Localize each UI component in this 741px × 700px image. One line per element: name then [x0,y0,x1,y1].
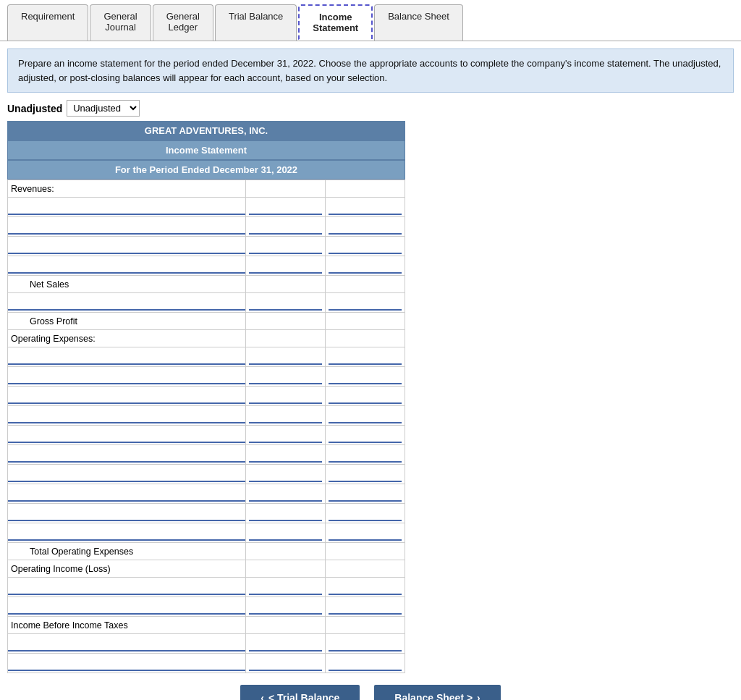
opex-account-input-8[interactable] [8,486,245,502]
tax-account-input-1[interactable] [8,636,245,651]
opex-amount-input-4[interactable] [249,408,322,423]
gross-profit-col2 [326,313,405,330]
tax-total-input-2[interactable] [329,655,402,671]
opex-input-row-6[interactable] [8,445,405,465]
other-income-account-input-2[interactable] [8,599,245,615]
opex-total-input-1[interactable] [329,349,402,365]
opex-amount-input-8[interactable] [249,486,322,502]
opex-total-input-3[interactable] [329,388,402,404]
tab-balance-sheet[interactable]: Balance Sheet [374,4,463,41]
opex-amount-input-2[interactable] [249,368,322,384]
opex-account-input-6[interactable] [8,447,245,463]
opex-amount-input-1[interactable] [249,349,322,365]
opex-total-input-7[interactable] [329,466,402,482]
opex-amount-input-10[interactable] [249,525,322,541]
cogs-account-input[interactable] [8,295,245,311]
revenue-total-input-4[interactable] [329,258,402,274]
opex-amount-input-5[interactable] [249,427,322,443]
tax-amount-input-2[interactable] [249,655,322,671]
cogs-total-input[interactable] [329,295,402,311]
opex-account-input-7[interactable] [8,466,245,482]
other-income-amount-input-2[interactable] [249,599,322,615]
revenues-col2 [326,180,405,198]
revenue-total-input-1[interactable] [329,199,402,215]
tax-account-input-2[interactable] [8,655,245,671]
tax-input-row-1[interactable] [8,634,405,654]
next-balance-sheet-button[interactable]: Balance Sheet > › [374,685,500,700]
opex-total-input-4[interactable] [329,408,402,423]
income-statement-table-container: GREAT ADVENTURES, INC. Income Statement … [7,121,405,673]
tab-income-statement[interactable]: IncomeStatement [298,4,373,41]
revenue-account-input-1[interactable] [8,199,245,215]
revenue-total-input-3[interactable] [329,238,402,254]
prev-button-label: < Trial Balance [268,692,339,700]
opex-account-input-5[interactable] [8,427,245,443]
revenue-amount-input-2[interactable] [249,219,322,235]
revenue-total-input-2[interactable] [329,219,402,235]
opex-amount-input-9[interactable] [249,505,322,521]
opex-account-input-9[interactable] [8,505,245,521]
other-income-input-row-2[interactable] [8,597,405,617]
opex-input-row-1[interactable] [8,347,405,367]
net-sales-col1 [246,276,326,293]
income-before-taxes-label: Income Before Income Taxes [8,617,246,634]
opex-account-input-1[interactable] [8,349,245,365]
other-income-account-input-1[interactable] [8,579,245,595]
other-income-amount-input-1[interactable] [249,579,322,595]
opex-total-input-6[interactable] [329,447,402,463]
opex-input-row-8[interactable] [8,484,405,504]
revenue-amount-input-3[interactable] [249,238,322,254]
cogs-amount-input[interactable] [249,295,322,311]
opex-total-input-2[interactable] [329,368,402,384]
statement-table: Revenues: Net Sales [7,180,405,673]
operating-expenses-header-row: Operating Expenses: [8,330,405,347]
revenue-input-row-2[interactable] [8,217,405,237]
tax-total-input-1[interactable] [329,636,402,651]
revenue-account-input-3[interactable] [8,238,245,254]
revenue-account-input-4[interactable] [8,258,245,274]
opex-amount-input-7[interactable] [249,466,322,482]
tax-amount-input-1[interactable] [249,636,322,651]
other-income-input-row-1[interactable] [8,578,405,597]
revenue-amount-input-4[interactable] [249,258,322,274]
opex-input-row-3[interactable] [8,387,405,406]
opex-total-input-9[interactable] [329,505,402,521]
revenue-account-input-2[interactable] [8,219,245,235]
opex-input-row-10[interactable] [8,523,405,543]
gross-profit-col1 [246,313,326,330]
opex-input-row-7[interactable] [8,465,405,484]
opex-input-row-4[interactable] [8,406,405,426]
net-sales-col2 [326,276,405,293]
tab-general-ledger[interactable]: GeneralLedger [153,4,213,41]
opex-input-row-5[interactable] [8,426,405,445]
opex-account-input-10[interactable] [8,525,245,541]
other-income-total-input-1[interactable] [329,579,402,595]
opex-account-input-4[interactable] [8,408,245,423]
revenue-input-row-3[interactable] [8,237,405,256]
tab-requirement[interactable]: Requirement [7,4,88,41]
prev-trial-balance-button[interactable]: ‹ < Trial Balance [240,685,360,700]
period-header: For the Period Ended December 31, 2022 [7,160,405,180]
opex-total-input-10[interactable] [329,525,402,541]
net-sales-label: Net Sales [8,276,246,293]
tax-input-row-2[interactable] [8,654,405,673]
tab-general-journal[interactable]: GeneralJournal [90,4,151,41]
period-dropdown[interactable]: Unadjusted Adjusted Post-closing [67,100,140,117]
dropdown-row: Unadjusted Unadjusted Adjusted Post-clos… [7,100,734,117]
gross-profit-row: Gross Profit [8,313,405,330]
opex-total-input-8[interactable] [329,486,402,502]
other-income-total-input-2[interactable] [329,599,402,615]
cogs-input-row[interactable] [8,293,405,313]
opex-account-input-2[interactable] [8,368,245,384]
opex-account-input-3[interactable] [8,388,245,404]
opex-total-input-5[interactable] [329,427,402,443]
opex-input-row-2[interactable] [8,367,405,387]
revenue-amount-input-1[interactable] [249,199,322,215]
opex-amount-input-3[interactable] [249,388,322,404]
next-button-label: Balance Sheet > [394,692,473,700]
revenue-input-row-4[interactable] [8,256,405,276]
tab-trial-balance[interactable]: Trial Balance [215,4,297,41]
opex-input-row-9[interactable] [8,504,405,523]
revenue-input-row-1[interactable] [8,198,405,217]
opex-amount-input-6[interactable] [249,447,322,463]
